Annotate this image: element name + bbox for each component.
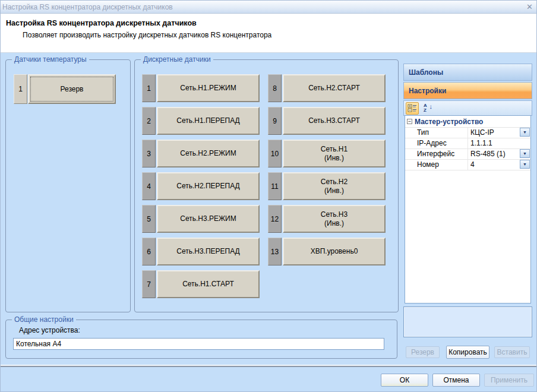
dialog-window: Настройка RS концентратора дискретных да… [0, 0, 537, 392]
sensor-button-9[interactable]: Сеть.Н3.СТАРТ [283, 107, 386, 135]
sensor-number: 1 [142, 74, 156, 102]
sensor-button-10[interactable]: Сеть.Н1 (Инв.) [283, 140, 386, 167]
sensor-button-8[interactable]: Сеть.Н2.СТАРТ [283, 74, 386, 102]
property-grid-toolbar: A Z ↓ [403, 100, 532, 116]
page-title: Настройка RS концентратора дискретных да… [6, 19, 197, 27]
temperature-group-title: Датчики температуры [12, 55, 89, 64]
property-name: IP-Адрес [417, 139, 447, 147]
collapse-icon[interactable]: − [407, 119, 412, 124]
sensor-number: 11 [268, 172, 282, 200]
window-title: Настройка RS концентратора дискретных да… [2, 3, 173, 11]
property-name: Интерфейс [417, 150, 454, 158]
property-category-label: Мастер-устройство [415, 118, 483, 126]
reserve-button[interactable]: Резерв [406, 346, 440, 358]
general-group-title: Общие настройки [12, 315, 76, 324]
sensor-button-13[interactable]: ХВП.уровень0 [283, 238, 386, 265]
temp-sensor-number: 1 [14, 74, 27, 104]
chevron-down-icon: ▼ [523, 162, 527, 166]
property-name: Тип [417, 128, 429, 137]
sensor-number: 5 [142, 205, 156, 233]
property-value[interactable]: 1.1.1.1 [470, 139, 492, 147]
sensor-number: 8 [268, 74, 282, 102]
dropdown-button[interactable]: ▼ [520, 160, 530, 169]
sensor-number: 4 [142, 172, 156, 200]
sensor-button-6[interactable]: Сеть.Н3.ПЕРЕПАД [157, 238, 260, 265]
sensor-number: 13 [268, 238, 282, 265]
property-name: Номер [417, 160, 439, 169]
property-description-box [403, 306, 532, 337]
cancel-button[interactable]: Отмена [432, 374, 480, 387]
dropdown-button[interactable]: ▼ [520, 128, 530, 137]
chevron-down-icon: ▼ [523, 130, 527, 134]
sensor-button-12[interactable]: Сеть.Н3 (Инв.) [283, 205, 386, 233]
sort-alphabetical-button[interactable]: A Z ↓ [421, 102, 434, 115]
property-value[interactable]: 4 [470, 160, 475, 169]
sensor-number: 3 [142, 140, 156, 167]
dialog-header: Настройка RS концентратора дискретных да… [1, 14, 537, 53]
sensor-number: 10 [268, 140, 282, 167]
title-bar: Настройка RS концентратора дискретных да… [1, 1, 537, 14]
sensor-number: 7 [142, 270, 156, 298]
copy-button[interactable]: Копировать [446, 346, 489, 359]
property-value[interactable]: RS-485 (1) [470, 150, 506, 158]
sensor-number: 9 [268, 107, 282, 135]
device-address-input[interactable] [13, 338, 384, 350]
property-row-type: Тип КЦС-IP ▼ [405, 128, 530, 138]
sensor-number: 6 [142, 238, 156, 265]
property-row-number: Номер 4 ▼ [405, 160, 530, 170]
property-category-row: − Мастер-устройство [405, 116, 530, 128]
sensor-number: 2 [142, 107, 156, 135]
sensor-button-4[interactable]: Сеть.Н2.ПЕРЕПАД [157, 172, 260, 200]
sensor-button-3[interactable]: Сеть.Н2.РЕЖИМ [157, 140, 260, 167]
categorized-icon [408, 103, 417, 113]
categorized-view-button[interactable] [406, 102, 419, 115]
property-grid: − Мастер-устройство Тип КЦС-IP ▼ IP-Адре… [405, 115, 531, 304]
sensor-number: 12 [268, 205, 282, 233]
temp-sensor-button-1[interactable]: Резерв [28, 74, 116, 104]
general-settings-group: Общие настройки Адрес устройства: [5, 320, 397, 359]
close-icon[interactable]: ✕ [526, 2, 533, 11]
sensor-button-7[interactable]: Сеть.Н1.СТАРТ [157, 270, 260, 298]
templates-panel-header[interactable]: Шаблоны [403, 64, 532, 81]
settings-header-label: Настройки [409, 87, 446, 95]
sensor-button-5[interactable]: Сеть.Н3.РЕЖИМ [157, 205, 260, 233]
paste-button[interactable]: Вставить [494, 346, 530, 358]
sensor-button-11[interactable]: Сеть.Н2 (Инв.) [283, 172, 386, 200]
property-row-ip: IP-Адрес 1.1.1.1 [405, 138, 530, 149]
dropdown-button[interactable]: ▼ [520, 149, 530, 158]
sort-az-icon: A Z ↓ [423, 103, 432, 113]
ok-button[interactable]: ОК [381, 374, 428, 387]
property-row-interface: Интерфейс RS-485 (1) ▼ [405, 149, 530, 160]
chevron-down-icon: ▼ [523, 151, 527, 156]
device-address-label: Адрес устройства: [19, 326, 80, 334]
property-value[interactable]: КЦС-IP [470, 128, 494, 137]
sensor-button-2[interactable]: Сеть.Н1.ПЕРЕПАД [157, 107, 260, 135]
sensor-button-1[interactable]: Сеть.Н1.РЕЖИМ [157, 74, 260, 102]
settings-panel-header[interactable]: Настройки [403, 82, 532, 99]
apply-button[interactable]: Применить [484, 374, 534, 387]
page-subtitle: Позволяет производить настройку дискретн… [23, 31, 271, 39]
discrete-group-title: Дискретные датчики [141, 55, 213, 64]
templates-header-label: Шаблоны [409, 68, 443, 77]
